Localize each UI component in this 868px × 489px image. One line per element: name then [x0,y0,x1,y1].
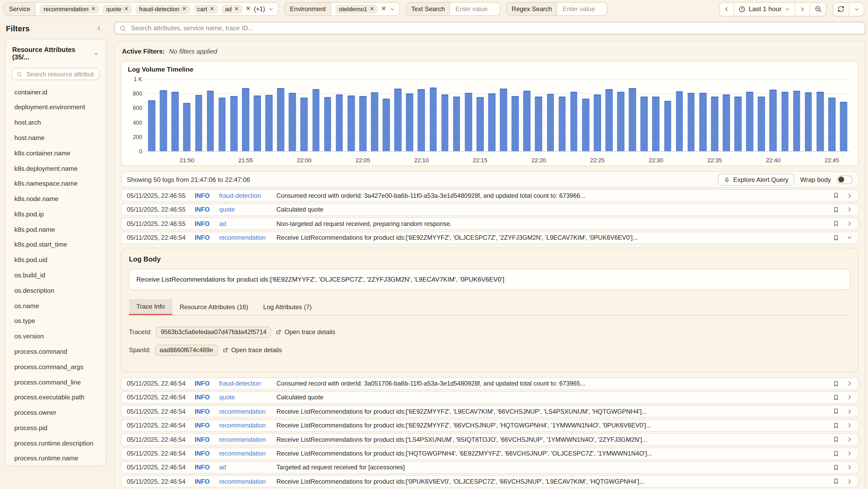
volume-bar[interactable] [641,97,648,151]
filter-value-tag[interactable]: oteldemo1✕ [335,4,378,13]
volume-bar[interactable] [277,88,284,151]
volume-bar[interactable] [488,93,495,151]
attribute-item[interactable]: k8s.container.name [5,145,106,161]
filter-value-tag[interactable]: quote✕ [103,4,132,13]
volume-bar[interactable] [699,93,707,151]
log-service[interactable]: ad [219,464,276,471]
tag-remove-icon[interactable]: ✕ [370,6,374,12]
volume-bar[interactable] [500,89,507,151]
attribute-item[interactable]: k8s.node.name [5,192,106,207]
volume-bar[interactable] [183,103,190,151]
attribute-item[interactable]: os.type [5,314,106,329]
expand-chevron-icon[interactable] [846,380,852,387]
volume-bar[interactable] [723,94,730,151]
collapse-chevron-icon[interactable] [846,234,852,241]
attribute-item[interactable]: os.name [5,298,106,314]
volume-bar[interactable] [617,92,624,151]
volume-bar[interactable] [582,98,589,151]
trace-id-chip[interactable]: 9563b3c5a6efedaa07d47fdda42f5714 [156,326,271,337]
attribute-item[interactable]: host.name [5,130,106,145]
log-service[interactable]: recommendation [219,478,276,485]
tag-remove-icon[interactable]: ✕ [210,6,214,12]
volume-bar[interactable] [382,98,390,151]
tag-remove-icon[interactable]: ✕ [124,6,129,12]
volume-bar[interactable] [688,93,695,151]
attribute-item[interactable]: k8s.deployment.name [5,161,106,176]
open-trace-details-link[interactable]: Open trace details [222,346,282,354]
volume-bar[interactable] [324,97,331,151]
bookmark-icon[interactable] [833,422,839,429]
volume-bar[interactable] [816,92,824,151]
attribute-item[interactable]: process.command_args [5,359,106,375]
volume-bar[interactable] [840,102,847,151]
attribute-item[interactable]: process.executable.path [5,390,106,405]
volume-bar[interactable] [406,93,413,151]
volume-bar[interactable] [148,100,155,151]
volume-bar[interactable] [805,92,812,151]
volume-bar[interactable] [523,91,531,151]
volume-bar[interactable] [746,92,753,151]
bookmark-icon[interactable] [833,436,839,443]
log-row[interactable]: 05/11/2025, 22:46:54INFOadTargeted ad re… [121,461,859,474]
log-row[interactable]: 05/11/2025, 22:46:54INFOrecommendationRe… [121,231,859,244]
explore-alert-query-button[interactable]: Explore Alert Query [718,173,794,186]
volume-bar[interactable] [512,96,519,151]
tab-log-attributes-7[interactable]: Log Attributes (7) [256,299,319,315]
expand-chevron-icon[interactable] [846,409,852,415]
volume-bar[interactable] [465,93,472,151]
tab-resource-attributes-16[interactable]: Resource Attributes (16) [172,299,256,315]
attribute-item[interactable]: k8s.namespace.name [5,176,106,192]
volume-bar[interactable] [395,89,402,151]
log-service[interactable]: fraud-detection [219,192,276,199]
regex-search-input[interactable] [562,5,603,13]
filter-value-tag[interactable]: ad✕ [221,4,243,13]
sidebar-collapse-icon[interactable] [96,26,102,31]
filter-value-tag[interactable]: fraud-detection✕ [135,4,190,13]
attribute-item[interactable]: os.description [5,283,106,298]
bookmark-icon[interactable] [833,220,839,227]
volume-bar[interactable] [418,89,425,151]
tab-trace-info[interactable]: Trace Info [129,299,172,315]
volume-bar[interactable] [441,94,448,151]
filter-value-tag[interactable]: cart✕ [193,4,218,13]
log-service[interactable]: recommendation [219,408,276,415]
volume-bar[interactable] [347,95,355,151]
filter-value-tag[interactable]: recommendation✕ [40,4,99,13]
volume-bar[interactable] [606,89,613,151]
refresh-options-button[interactable] [849,2,864,15]
bookmark-icon[interactable] [833,464,839,471]
volume-bar[interactable] [770,90,777,151]
bookmark-icon[interactable] [833,192,839,199]
log-row[interactable]: 05/11/2025, 22:46:54INFOquoteCalculated … [121,391,859,403]
log-row[interactable]: 05/11/2025, 22:46:54INFOrecommendationRe… [121,447,859,460]
volume-bar[interactable] [453,96,460,151]
volume-bar[interactable] [828,97,835,151]
attribute-item[interactable]: k8s.pod.uid [5,253,106,268]
volume-bar[interactable] [676,91,683,151]
log-service[interactable]: ad [219,220,276,227]
volume-bar[interactable] [242,88,249,151]
text-search-input[interactable] [455,5,496,13]
volume-bar[interactable] [664,101,671,151]
resource-attributes-search-input[interactable] [25,70,95,78]
log-row[interactable]: 05/11/2025, 22:46:54INFOrecommendationRe… [121,405,859,418]
volume-bar[interactable] [758,97,765,151]
log-row[interactable]: 05/11/2025, 22:46:54INFOrecommendationRe… [121,419,859,431]
bookmark-icon[interactable] [833,478,839,485]
volume-bar[interactable] [558,97,565,151]
expand-chevron-icon[interactable] [846,479,852,485]
clear-all-icon[interactable]: ✕ [381,6,386,12]
log-service[interactable]: quote [219,394,276,401]
clear-all-icon[interactable]: ✕ [246,6,251,12]
bookmark-icon[interactable] [833,380,839,387]
volume-bar[interactable] [793,91,800,151]
bookmark-icon[interactable] [833,450,839,457]
log-row[interactable]: 05/11/2025, 22:46:55INFOadNon-targeted a… [121,218,859,230]
refresh-button[interactable] [833,2,849,15]
log-service[interactable]: quote [219,206,276,214]
log-row[interactable]: 05/11/2025, 22:46:54INFOrecommendationRe… [121,476,859,488]
tag-remove-icon[interactable]: ✕ [182,6,186,12]
log-service[interactable]: recommendation [219,436,276,443]
attribute-item[interactable]: os.version [5,329,106,344]
volume-bar[interactable] [734,96,741,151]
